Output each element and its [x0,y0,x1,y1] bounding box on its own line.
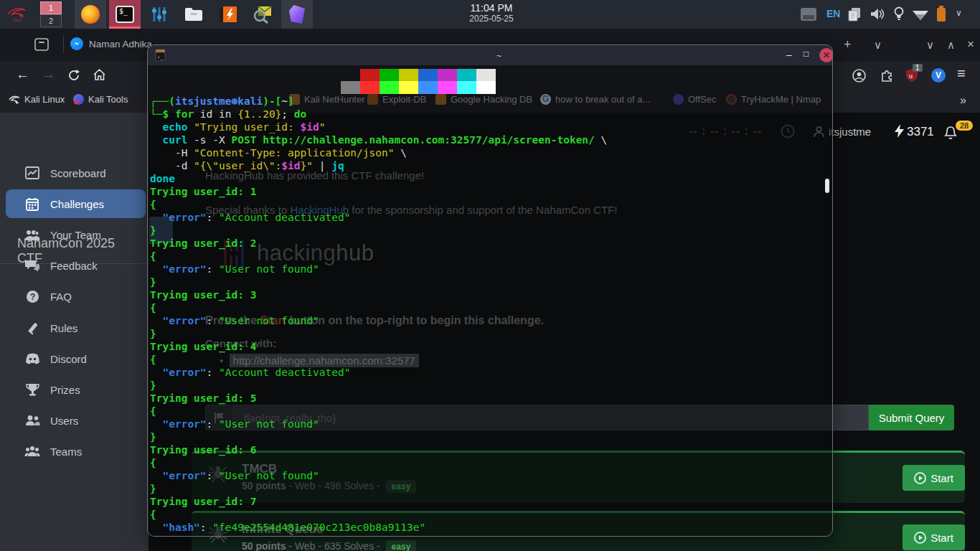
ublock-badge: 1 [913,64,923,72]
taskbar-terminal-icon[interactable]: $_ [109,0,141,29]
notifications-bell-icon[interactable] [944,126,957,141]
taskbar-files-icon[interactable] [178,0,209,29]
window-minimize-button[interactable]: ∨ [926,39,934,52]
challenge-meta: 50 points - Web - 635 Solves - easy [242,540,416,551]
sidebar-item-rules[interactable]: Rules [6,314,146,342]
sidebar-item-scoreboard[interactable]: Scoreboard [6,159,146,187]
header-username[interactable]: itsjustme [829,126,871,138]
notifications-badge: 28 [956,121,973,131]
taskbar-settings-icon[interactable] [143,0,175,29]
clipboard-icon[interactable] [848,7,861,22]
terminal-minimize-button[interactable]: – [786,49,792,60]
workspace-2[interactable]: 2 [40,14,62,27]
faq-icon: ? [24,290,40,303]
taskbar-app-icon[interactable] [212,0,244,29]
bookmark-kali-linux[interactable]: Kali Linux [9,94,65,105]
workspace-switcher[interactable]: 1 2 [40,1,62,27]
workspace-1[interactable]: 1 [40,1,62,14]
show-desktop-icon[interactable] [801,8,816,21]
points-bolt-icon [895,124,904,138]
ublock-icon[interactable]: u 1 [905,68,918,83]
terminal-output: ┌──(itsjustme⊛kali)-[~]└─$ for id in {1.… [150,95,607,534]
extensions-puzzle-icon[interactable] [880,69,893,82]
sidebar-item-your-team[interactable]: Your Team [6,220,146,249]
sidebar-item-teams[interactable]: Teams [6,437,146,466]
svg-text:u: u [909,72,913,80]
terminal-window[interactable]: ›_ ~ – □ ✕ ┌──(itsjustme⊛kali)-[~]└─$ fo… [147,44,833,537]
start-button-infinite-queue[interactable]: Start [903,524,965,550]
tab-naman[interactable]: Naman Adhika [70,37,152,50]
sidebar-item-discord[interactable]: Discord [6,344,146,373]
tab-title: Naman Adhika [89,39,152,50]
start-button-tmcb[interactable]: Start [903,465,965,491]
feedback-icon [24,260,40,272]
users-icon [24,415,40,426]
panel-overflow-chevron[interactable]: ∨ [956,8,962,18]
clock-date: 2025-05-25 [445,14,538,24]
keyboard-layout[interactable]: EN [826,8,840,19]
tab-divider [63,36,64,53]
menu-hamburger-icon[interactable]: ≡ [957,65,966,82]
battery-icon[interactable] [936,6,946,22]
terminal-close-button[interactable]: ✕ [819,48,833,62]
taskbar-recon-icon[interactable] [247,0,278,29]
screen: KALI 1 2 $_ 11:04 PM 2025-05-25 [0,0,980,551]
header-points[interactable]: 3371 [907,125,934,139]
terminal-scrollbar-thumb[interactable] [825,179,829,193]
discord-icon [24,353,40,364]
sidebar-item-prizes[interactable]: Prizes [6,375,146,404]
submit-query-button[interactable]: Submit Query [869,405,954,430]
ctf-sidebar: NahamCon 2025 CTF Scoreboard Challenges … [0,113,149,551]
sidebar-item-users[interactable]: Users [6,406,146,435]
difficulty-badge: easy [386,540,417,551]
terminal-body[interactable]: ┌──(itsjustme⊛kali)-[~]└─$ for id in {1.… [148,65,832,536]
bookmarks-overflow-chevron[interactable]: » [960,94,966,107]
teams-icon [24,446,40,457]
svg-text:KALI: KALI [13,18,21,22]
taskbar-firefox-icon[interactable] [75,0,106,29]
indicator-icon[interactable] [894,6,904,22]
forward-button[interactable]: → [42,67,55,83]
bookmark-kali-tools[interactable]: Kali Tools [73,94,128,105]
challenges-icon [24,197,40,211]
terminal-maximize-button[interactable]: □ [804,49,809,59]
kali-top-panel: KALI 1 2 $_ 11:04 PM 2025-05-25 [0,0,980,29]
svg-text:?: ? [30,292,35,302]
svg-text:›_: ›_ [157,55,164,60]
terminal-title: ~ [166,50,832,61]
wifi-icon[interactable] [913,9,928,20]
taskbar-obsidian-icon[interactable] [281,0,313,29]
account-icon[interactable] [852,69,866,83]
sidebar-item-challenges[interactable]: Challenges [6,189,146,218]
rules-icon [24,321,40,335]
sidebar-item-feedback[interactable]: Feedback [6,251,146,280]
kali-menu-icon[interactable]: KALI [6,4,27,24]
volume-icon[interactable] [870,7,885,21]
clock-time: 11:04 PM [445,3,538,14]
messenger-tab-icon [70,37,83,50]
play-icon [914,532,926,544]
home-button[interactable] [93,68,106,82]
vimium-icon[interactable]: V [931,68,946,83]
list-tabs-chevron[interactable]: ∨ [874,39,882,52]
sidebar-item-faq[interactable]: ? FAQ [6,282,146,311]
terminal-app-icon: ›_ [155,50,166,61]
scoreboard-icon [24,166,40,179]
window-close-button[interactable]: × [967,37,974,52]
prizes-icon [24,383,40,396]
play-icon [914,472,926,484]
reload-button[interactable] [67,69,80,82]
new-tab-button[interactable]: + [844,37,852,52]
back-button[interactable]: ← [16,67,29,83]
team-gear-icon [24,229,40,241]
firefox-view-icon[interactable] [34,38,49,51]
panel-clock[interactable]: 11:04 PM 2025-05-25 [445,3,538,24]
window-maximize-button[interactable]: ∧ [947,39,955,52]
terminal-titlebar[interactable]: ›_ ~ – □ ✕ [148,45,832,65]
